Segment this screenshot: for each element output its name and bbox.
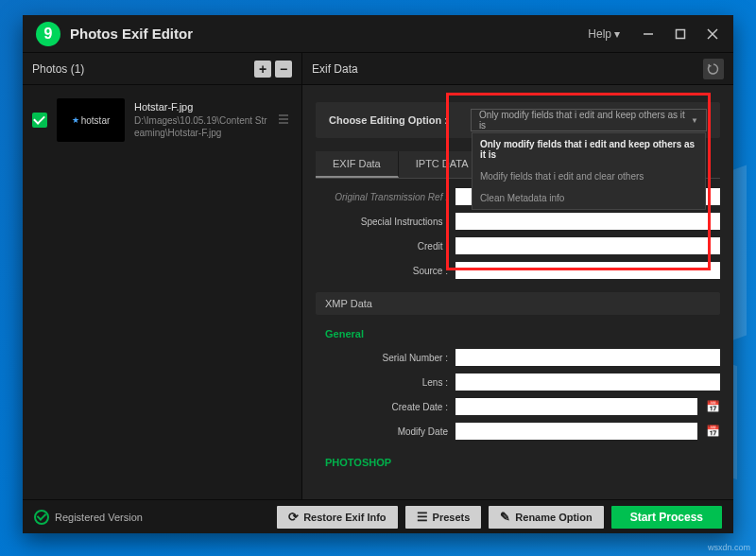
- calendar-icon[interactable]: 📅: [705, 424, 720, 439]
- app-logo-icon: [36, 22, 60, 46]
- titlebar: Photos Exif Editor Help ▾: [23, 15, 733, 53]
- refresh-icon: ⟳: [288, 511, 299, 523]
- field-input[interactable]: [455, 213, 720, 230]
- check-circle-icon: [34, 510, 49, 525]
- field-row: Credit :: [316, 234, 720, 258]
- field-row: Lens :: [316, 370, 720, 394]
- field-label: Original Transmission Ref :: [316, 192, 448, 202]
- svg-rect-1: [677, 29, 685, 38]
- dropdown-option[interactable]: Clean Metadata info: [472, 187, 705, 209]
- watermark: wsxdn.com: [708, 543, 750, 552]
- field-label: Source :: [316, 266, 448, 276]
- lens-input[interactable]: [455, 374, 720, 391]
- field-label: Serial Number :: [316, 353, 448, 363]
- field-row: Modify Date 📅: [316, 419, 720, 443]
- pencil-icon: ✎: [500, 511, 510, 523]
- photo-filename: Hotstar-F.jpg: [134, 101, 267, 113]
- sliders-icon: ☰: [417, 511, 428, 523]
- field-label: Lens :: [316, 377, 448, 388]
- group-photoshop: PHOTOSHOP: [325, 457, 720, 468]
- minimize-button[interactable]: [635, 21, 662, 47]
- editing-option-row: Choose Editing Option : Only modify fiel…: [316, 102, 720, 138]
- photo-thumbnail: hotstar: [57, 98, 125, 142]
- field-label: Credit :: [316, 241, 448, 252]
- photo-filepath: D:\Images\10.05.19\Content Streaming\Hot…: [134, 114, 267, 139]
- field-input[interactable]: [455, 262, 720, 279]
- field-row: Serial Number :: [316, 345, 720, 370]
- field-row: Source :: [316, 258, 720, 283]
- registered-status: Registered Version: [34, 510, 269, 525]
- photos-panel: Photos (1) + − hotstar Hotstar-F.jpg D:\…: [23, 53, 302, 499]
- restore-exif-button[interactable]: ⟳Restore Exif Info: [277, 506, 397, 529]
- modify-date-input[interactable]: [455, 423, 697, 440]
- dropdown-menu: Only modify fields that i edit and keep …: [472, 132, 706, 210]
- help-menu[interactable]: Help ▾: [588, 27, 620, 41]
- maximize-button[interactable]: [667, 21, 694, 47]
- remove-photo-button[interactable]: −: [275, 61, 292, 78]
- photo-list-item[interactable]: hotstar Hotstar-F.jpg D:\Images\10.05.19…: [23, 85, 301, 155]
- field-row: Special Instructions :: [316, 209, 720, 234]
- tab-exif[interactable]: EXIF Data: [316, 151, 399, 178]
- field-label: Modify Date: [316, 426, 448, 437]
- photos-panel-title: Photos (1): [32, 62, 250, 76]
- add-photo-button[interactable]: +: [254, 61, 271, 78]
- footer: Registered Version ⟳Restore Exif Info ☰P…: [23, 499, 733, 533]
- editing-option-label: Choose Editing Option :: [329, 114, 448, 126]
- editing-option-dropdown[interactable]: Only modify fields that i edit and keep …: [471, 109, 707, 131]
- rename-option-button[interactable]: ✎Rename Option: [489, 506, 603, 529]
- chevron-down-icon: ▾: [614, 27, 620, 41]
- presets-button[interactable]: ☰Presets: [405, 506, 482, 529]
- xmp-section-header: XMP Data: [316, 292, 720, 315]
- chevron-down-icon: ▼: [691, 116, 698, 125]
- create-date-input[interactable]: [455, 398, 697, 415]
- start-process-button[interactable]: Start Process: [611, 506, 722, 529]
- close-button[interactable]: [699, 21, 726, 47]
- exif-panel: Exif Data Choose Editing Option : Only m…: [302, 53, 733, 499]
- serial-number-input[interactable]: [455, 349, 720, 366]
- app-title: Photos Exif Editor: [70, 26, 588, 42]
- app-window: Photos Exif Editor Help ▾ Photos (1) + −…: [23, 15, 733, 533]
- calendar-icon[interactable]: 📅: [705, 399, 720, 414]
- field-row: Create Date : 📅: [316, 394, 720, 419]
- dropdown-option[interactable]: Modify fields that i edit and clear othe…: [472, 165, 705, 187]
- field-input[interactable]: [455, 237, 720, 254]
- dropdown-option[interactable]: Only modify fields that i edit and keep …: [472, 133, 705, 165]
- group-general: General: [325, 328, 720, 339]
- refresh-button[interactable]: [703, 59, 724, 79]
- field-label: Create Date :: [316, 402, 448, 412]
- exif-panel-title: Exif Data: [312, 62, 703, 76]
- field-label: Special Instructions :: [316, 217, 448, 227]
- list-icon: [277, 113, 292, 128]
- photo-checkbox[interactable]: [32, 113, 47, 128]
